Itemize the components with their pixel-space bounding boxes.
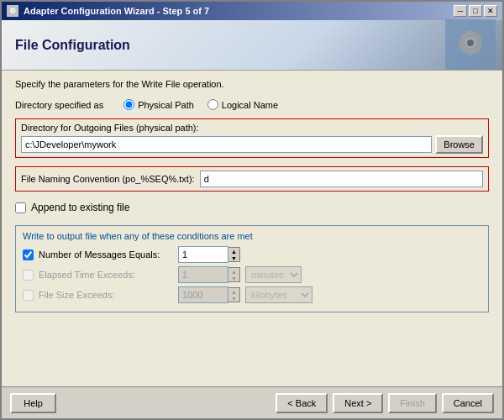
condition-row-messages: Number of Messages Equals: ▲ ▼ [23,246,481,263]
elapsed-spin-arrows: ▲ ▼ [228,267,240,282]
messages-spin-arrows: ▲ ▼ [228,247,240,262]
conditions-box: Write to output file when any of these c… [15,225,489,312]
filesize-spin-arrows: ▲ ▼ [228,287,240,302]
naming-row: File Naming Convention (po_%SEQ%.txt): [21,171,483,187]
condition-row-filesize: File Size Exceeds: ▲ ▼ kilobytes bytes m… [23,286,481,303]
messages-spin-wrapper: ▲ ▼ [178,246,240,263]
filesize-input [178,286,228,303]
description-text: Specify the parameters for the Write Fil… [15,79,489,89]
help-button[interactable]: Help [10,393,56,413]
messages-input[interactable] [178,246,228,263]
filesize-unit-select: kilobytes bytes megabytes [245,286,312,303]
filesize-label: File Size Exceeds: [39,290,173,300]
elapsed-input [178,266,228,283]
append-checkbox[interactable] [15,202,26,213]
filesize-checkbox[interactable] [23,290,34,301]
naming-input[interactable] [200,171,483,187]
title-bar-text: ⚙ Adapter Configuration Wizard - Step 5 … [7,5,209,17]
messages-spin-down[interactable]: ▼ [228,255,239,261]
append-row: Append to existing file [15,202,489,213]
footer-right: < Back Next > Finish Cancel [276,393,494,413]
header-title: File Configuration [15,38,130,53]
main-content: Specify the parameters for the Write Fil… [2,71,502,386]
filesize-spin-wrapper: ▲ ▼ [178,286,240,303]
condition-row-elapsed: Elapsed Time Exceeds: ▲ ▼ minutes second… [23,266,481,283]
elapsed-spin-up: ▲ [228,268,239,275]
append-label: Append to existing file [31,202,129,213]
next-button[interactable]: Next > [333,393,383,413]
elapsed-spin-wrapper: ▲ ▼ [178,266,240,283]
radio-logical[interactable] [207,99,218,110]
footer: Help < Back Next > Finish Cancel [2,386,502,418]
directory-group: Directory for Outgoing Files (physical p… [15,118,489,158]
directory-input-row: Browse [21,135,483,154]
finish-button[interactable]: Finish [388,393,436,413]
svg-rect-10 [461,46,467,52]
messages-checkbox[interactable] [23,249,34,260]
elapsed-checkbox[interactable] [23,270,34,281]
browse-button[interactable]: Browse [435,135,483,154]
elapsed-label: Elapsed Time Exceeds: [39,270,173,280]
directory-type-label: Directory specified as [15,100,103,110]
messages-spin-up[interactable]: ▲ [228,248,239,255]
naming-label: File Naming Convention (po_%SEQ%.txt): [21,174,195,184]
elapsed-unit-select: minutes seconds hours [245,266,302,283]
directory-field-label: Directory for Outgoing Files (physical p… [21,123,483,133]
title-buttons: ─ □ ✕ [454,5,497,17]
maximize-button[interactable]: □ [469,5,482,17]
gear-icon [445,19,496,70]
window-icon: ⚙ [7,5,18,17]
cancel-button[interactable]: Cancel [442,393,494,413]
naming-group: File Naming Convention (po_%SEQ%.txt): [15,166,489,192]
svg-rect-9 [474,34,480,39]
filesize-spin-up: ▲ [228,288,239,295]
close-button[interactable]: ✕ [484,5,497,17]
minimize-button[interactable]: ─ [454,5,467,17]
svg-point-2 [467,39,474,46]
messages-label: Number of Messages Equals: [39,249,173,260]
directory-input[interactable] [21,136,432,153]
back-button[interactable]: < Back [276,393,328,413]
footer-left: Help [10,393,56,413]
radio-logical-label[interactable]: Logical Name [207,99,278,110]
conditions-title: Write to output file when any of these c… [23,231,481,241]
svg-rect-7 [461,34,467,39]
filesize-spin-down: ▼ [228,295,239,302]
elapsed-spin-down: ▼ [228,275,239,281]
radio-physical-label[interactable]: Physical Path [123,99,194,110]
radio-physical-text: Physical Path [138,100,194,110]
header-banner: File Configuration [2,20,502,71]
title-bar: ⚙ Adapter Configuration Wizard - Step 5 … [2,2,502,20]
main-window: ⚙ Adapter Configuration Wizard - Step 5 … [0,0,504,420]
svg-rect-8 [474,46,480,52]
radio-logical-text: Logical Name [222,100,278,110]
window-title: Adapter Configuration Wizard - Step 5 of… [24,6,209,16]
radio-physical[interactable] [123,99,134,110]
directory-type-group: Directory specified as Physical Path Log… [15,99,489,110]
